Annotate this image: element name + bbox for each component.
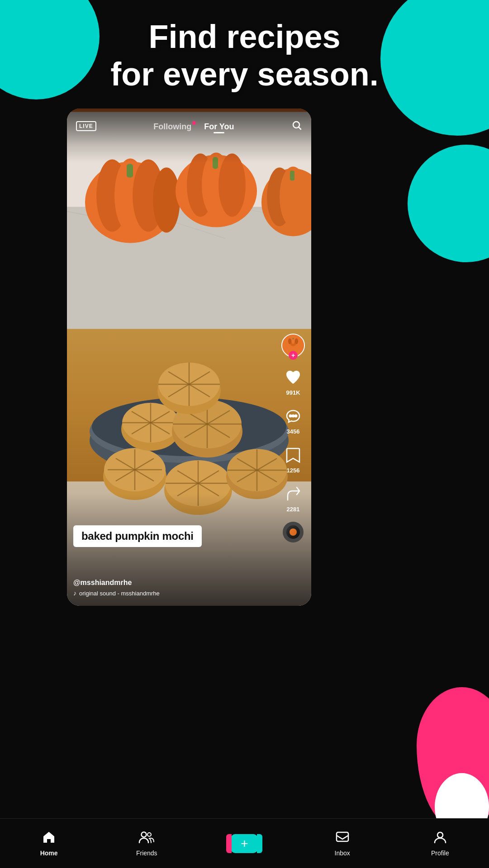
headline-section: Find recipes for every season.	[0, 18, 489, 93]
top-navigation: LIVE Following For You	[67, 108, 311, 145]
nav-inbox[interactable]: Inbox	[324, 830, 361, 857]
bookmark-icon	[282, 444, 304, 466]
creator-avatar-container[interactable]: +	[281, 334, 305, 357]
shares-count: 2281	[287, 506, 300, 513]
creator-username[interactable]: @msshiandmrhe	[73, 579, 160, 587]
comments-count: 3456	[287, 428, 300, 435]
sound-info[interactable]: ♪ original sound - msshiandmrhe	[73, 590, 160, 597]
comment-icon	[282, 405, 304, 427]
for-you-tab[interactable]: For You	[204, 122, 234, 132]
nav-add[interactable]: +	[226, 834, 262, 853]
headline-text: Find recipes for every season.	[0, 18, 489, 93]
svg-rect-10	[127, 164, 133, 178]
nav-tabs: Following For You	[153, 122, 234, 132]
bottom-info: @msshiandmrhe ♪ original sound - msshian…	[73, 579, 160, 597]
music-disc-inner	[290, 528, 297, 536]
saves-count: 1256	[287, 467, 300, 474]
svg-point-67	[289, 415, 292, 418]
home-icon	[42, 830, 56, 848]
nav-profile[interactable]: Profile	[422, 830, 458, 857]
share-icon	[282, 483, 304, 505]
nav-friends[interactable]: Friends	[128, 830, 165, 857]
share-button[interactable]: 2281	[282, 483, 304, 513]
save-button[interactable]: 1256	[282, 444, 304, 474]
add-icon: +	[241, 836, 248, 851]
svg-point-63	[288, 338, 291, 344]
live-label: LIVE	[79, 123, 93, 129]
svg-point-71	[147, 833, 151, 836]
search-button[interactable]	[291, 120, 302, 133]
following-label: Following	[153, 122, 191, 131]
profile-icon	[433, 830, 447, 848]
svg-point-70	[142, 832, 147, 837]
profile-label: Profile	[431, 849, 449, 857]
svg-point-73	[437, 832, 443, 838]
inbox-icon	[335, 830, 350, 848]
friends-icon	[138, 830, 155, 848]
headline-line2: for every season.	[110, 56, 378, 92]
following-tab[interactable]: Following	[153, 122, 191, 132]
bottom-navigation: Home Friends + Inbox	[0, 818, 489, 868]
svg-point-14	[218, 154, 246, 217]
music-disc[interactable]	[283, 522, 304, 542]
notification-dot	[192, 121, 196, 125]
home-label: Home	[40, 849, 58, 857]
caption-box: baked pumpkin mochi	[73, 525, 202, 547]
add-button[interactable]: +	[231, 834, 258, 853]
phone-frame: LIVE Following For You	[67, 108, 311, 606]
video-background: LIVE Following For You	[67, 108, 311, 606]
headline-line1: Find recipes	[148, 19, 340, 55]
like-button[interactable]: 991K	[282, 366, 304, 396]
svg-point-69	[294, 415, 298, 418]
svg-rect-19	[290, 171, 294, 181]
svg-point-9	[153, 168, 180, 233]
live-icon: LIVE	[76, 121, 96, 131]
svg-line-60	[299, 127, 301, 130]
music-note-icon: ♪	[73, 590, 76, 597]
svg-point-65	[295, 338, 298, 344]
live-badge[interactable]: LIVE	[76, 121, 96, 132]
svg-point-68	[292, 415, 295, 418]
caption-text: baked pumpkin mochi	[73, 525, 202, 547]
heart-icon	[282, 366, 304, 388]
nav-home[interactable]: Home	[31, 830, 67, 857]
likes-count: 991K	[286, 389, 300, 396]
bg-blob-teal-mid-right	[408, 145, 489, 262]
comment-button[interactable]: 3456	[282, 405, 304, 435]
sound-name: original sound - msshiandmrhe	[79, 590, 160, 597]
action-sidebar: + 991K	[281, 334, 305, 542]
inbox-label: Inbox	[335, 849, 350, 857]
for-you-label: For You	[204, 122, 234, 131]
friends-label: Friends	[136, 849, 157, 857]
follow-plus-button[interactable]: +	[289, 351, 298, 360]
